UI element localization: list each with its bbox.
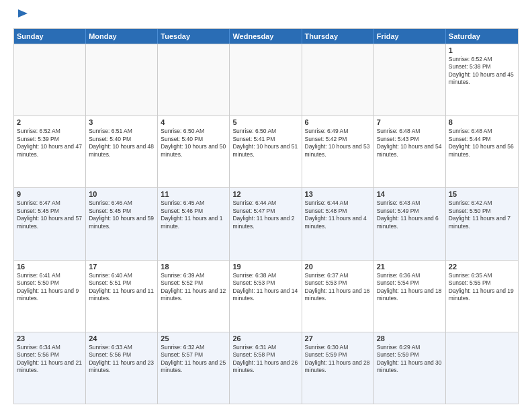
day-info: Sunrise: 6:44 AM Sunset: 5:48 PM Dayligh… <box>305 199 371 230</box>
day-number: 7 <box>377 118 443 126</box>
calendar-cell-r1-c5 <box>302 44 374 116</box>
calendar-cell-r4-c5: 20Sunrise: 6:37 AM Sunset: 5:53 PM Dayli… <box>302 261 374 332</box>
day-number: 21 <box>377 263 443 271</box>
day-info: Sunrise: 6:32 AM Sunset: 5:57 PM Dayligh… <box>161 344 226 375</box>
calendar-cell-r3-c1: 9Sunrise: 6:47 AM Sunset: 5:45 PM Daylig… <box>14 188 86 259</box>
day-info: Sunrise: 6:52 AM Sunset: 5:39 PM Dayligh… <box>17 128 83 158</box>
calendar: Sunday Monday Tuesday Wednesday Thursday… <box>13 28 519 404</box>
calendar-cell-r2-c1: 2Sunrise: 6:52 AM Sunset: 5:39 PM Daylig… <box>14 116 86 187</box>
calendar-cell-r1-c4 <box>230 44 302 116</box>
calendar-cell-r4-c2: 17Sunrise: 6:40 AM Sunset: 5:51 PM Dayli… <box>86 261 158 332</box>
header-friday: Friday <box>374 29 446 44</box>
day-number: 14 <box>377 190 443 198</box>
header-thursday: Thursday <box>302 29 374 44</box>
calendar-row-5: 23Sunrise: 6:34 AM Sunset: 5:56 PM Dayli… <box>14 332 518 404</box>
calendar-cell-r4-c6: 21Sunrise: 6:36 AM Sunset: 5:54 PM Dayli… <box>374 261 446 332</box>
calendar-cell-r3-c4: 12Sunrise: 6:44 AM Sunset: 5:47 PM Dayli… <box>230 188 302 259</box>
day-number: 13 <box>305 190 371 198</box>
day-info: Sunrise: 6:38 AM Sunset: 5:53 PM Dayligh… <box>232 272 298 303</box>
header <box>13 11 519 23</box>
day-info: Sunrise: 6:46 AM Sunset: 5:45 PM Dayligh… <box>89 199 154 230</box>
calendar-cell-r5-c7 <box>446 332 518 404</box>
calendar-cell-r4-c3: 18Sunrise: 6:39 AM Sunset: 5:52 PM Dayli… <box>158 261 230 332</box>
day-info: Sunrise: 6:36 AM Sunset: 5:54 PM Dayligh… <box>377 272 443 303</box>
day-number: 5 <box>232 118 298 126</box>
calendar-cell-r3-c6: 14Sunrise: 6:43 AM Sunset: 5:49 PM Dayli… <box>374 188 446 259</box>
day-number: 22 <box>449 263 515 271</box>
day-info: Sunrise: 6:37 AM Sunset: 5:53 PM Dayligh… <box>305 272 371 303</box>
calendar-cell-r1-c1 <box>14 44 86 116</box>
calendar-cell-r3-c2: 10Sunrise: 6:46 AM Sunset: 5:45 PM Dayli… <box>86 188 158 259</box>
calendar-cell-r4-c1: 16Sunrise: 6:41 AM Sunset: 5:50 PM Dayli… <box>14 261 86 332</box>
day-number: 10 <box>89 190 154 198</box>
calendar-row-2: 2Sunrise: 6:52 AM Sunset: 5:39 PM Daylig… <box>14 116 518 187</box>
calendar-cell-r5-c5: 27Sunrise: 6:30 AM Sunset: 5:59 PM Dayli… <box>302 332 374 404</box>
calendar-cell-r4-c7: 22Sunrise: 6:35 AM Sunset: 5:55 PM Dayli… <box>446 261 518 332</box>
calendar-cell-r3-c3: 11Sunrise: 6:45 AM Sunset: 5:46 PM Dayli… <box>158 188 230 259</box>
calendar-cell-r2-c3: 4Sunrise: 6:50 AM Sunset: 5:40 PM Daylig… <box>158 116 230 187</box>
logo-flag-icon <box>15 9 28 24</box>
day-info: Sunrise: 6:39 AM Sunset: 5:52 PM Dayligh… <box>161 272 226 303</box>
day-number: 28 <box>377 334 443 342</box>
day-number: 19 <box>232 263 298 271</box>
day-number: 18 <box>161 263 226 271</box>
calendar-cell-r2-c6: 7Sunrise: 6:48 AM Sunset: 5:43 PM Daylig… <box>374 116 446 187</box>
calendar-cell-r3-c7: 15Sunrise: 6:42 AM Sunset: 5:50 PM Dayli… <box>446 188 518 259</box>
logo <box>13 11 28 23</box>
day-number: 26 <box>232 334 298 342</box>
day-number: 17 <box>89 263 154 271</box>
calendar-cell-r2-c7: 8Sunrise: 6:48 AM Sunset: 5:44 PM Daylig… <box>446 116 518 187</box>
calendar-body: 1Sunrise: 6:52 AM Sunset: 5:38 PM Daylig… <box>14 44 518 404</box>
day-info: Sunrise: 6:50 AM Sunset: 5:40 PM Dayligh… <box>161 128 226 158</box>
calendar-header: Sunday Monday Tuesday Wednesday Thursday… <box>14 29 518 44</box>
day-info: Sunrise: 6:52 AM Sunset: 5:38 PM Dayligh… <box>449 56 515 87</box>
calendar-cell-r1-c7: 1Sunrise: 6:52 AM Sunset: 5:38 PM Daylig… <box>446 44 518 116</box>
day-number: 24 <box>89 334 154 342</box>
calendar-row-4: 16Sunrise: 6:41 AM Sunset: 5:50 PM Dayli… <box>14 260 518 332</box>
day-info: Sunrise: 6:50 AM Sunset: 5:41 PM Dayligh… <box>232 128 298 158</box>
calendar-cell-r5-c3: 25Sunrise: 6:32 AM Sunset: 5:57 PM Dayli… <box>158 332 230 404</box>
day-number: 2 <box>17 118 83 126</box>
day-info: Sunrise: 6:44 AM Sunset: 5:47 PM Dayligh… <box>232 199 298 230</box>
day-number: 12 <box>232 190 298 198</box>
day-info: Sunrise: 6:30 AM Sunset: 5:59 PM Dayligh… <box>305 344 371 375</box>
header-monday: Monday <box>86 29 158 44</box>
calendar-cell-r5-c6: 28Sunrise: 6:29 AM Sunset: 5:59 PM Dayli… <box>374 332 446 404</box>
day-number: 4 <box>161 118 226 126</box>
day-number: 15 <box>449 190 515 198</box>
day-info: Sunrise: 6:34 AM Sunset: 5:56 PM Dayligh… <box>17 344 83 375</box>
day-number: 1 <box>449 46 515 54</box>
calendar-cell-r5-c4: 26Sunrise: 6:31 AM Sunset: 5:58 PM Dayli… <box>230 332 302 404</box>
calendar-cell-r1-c6 <box>374 44 446 116</box>
day-info: Sunrise: 6:40 AM Sunset: 5:51 PM Dayligh… <box>89 272 154 303</box>
calendar-row-3: 9Sunrise: 6:47 AM Sunset: 5:45 PM Daylig… <box>14 187 518 259</box>
day-info: Sunrise: 6:35 AM Sunset: 5:55 PM Dayligh… <box>449 272 515 303</box>
page: Sunday Monday Tuesday Wednesday Thursday… <box>0 0 532 411</box>
calendar-row-1: 1Sunrise: 6:52 AM Sunset: 5:38 PM Daylig… <box>14 44 518 116</box>
day-number: 11 <box>161 190 226 198</box>
header-tuesday: Tuesday <box>158 29 230 44</box>
calendar-cell-r1-c2 <box>86 44 158 116</box>
svg-marker-0 <box>18 9 28 17</box>
day-number: 6 <box>305 118 371 126</box>
calendar-cell-r2-c5: 6Sunrise: 6:49 AM Sunset: 5:42 PM Daylig… <box>302 116 374 187</box>
header-saturday: Saturday <box>446 29 518 44</box>
day-info: Sunrise: 6:41 AM Sunset: 5:50 PM Dayligh… <box>17 272 83 303</box>
day-number: 8 <box>449 118 515 126</box>
day-info: Sunrise: 6:29 AM Sunset: 5:59 PM Dayligh… <box>377 344 443 375</box>
day-info: Sunrise: 6:47 AM Sunset: 5:45 PM Dayligh… <box>17 199 83 230</box>
calendar-cell-r3-c5: 13Sunrise: 6:44 AM Sunset: 5:48 PM Dayli… <box>302 188 374 259</box>
header-wednesday: Wednesday <box>230 29 302 44</box>
header-sunday: Sunday <box>14 29 86 44</box>
day-number: 9 <box>17 190 83 198</box>
day-number: 20 <box>305 263 371 271</box>
day-number: 27 <box>305 334 371 342</box>
day-info: Sunrise: 6:43 AM Sunset: 5:49 PM Dayligh… <box>377 199 443 230</box>
day-info: Sunrise: 6:49 AM Sunset: 5:42 PM Dayligh… <box>305 128 371 158</box>
day-number: 3 <box>89 118 154 126</box>
day-info: Sunrise: 6:33 AM Sunset: 5:56 PM Dayligh… <box>89 344 154 375</box>
day-info: Sunrise: 6:31 AM Sunset: 5:58 PM Dayligh… <box>232 344 298 375</box>
calendar-cell-r5-c2: 24Sunrise: 6:33 AM Sunset: 5:56 PM Dayli… <box>86 332 158 404</box>
calendar-cell-r2-c2: 3Sunrise: 6:51 AM Sunset: 5:40 PM Daylig… <box>86 116 158 187</box>
day-info: Sunrise: 6:42 AM Sunset: 5:50 PM Dayligh… <box>449 199 515 230</box>
